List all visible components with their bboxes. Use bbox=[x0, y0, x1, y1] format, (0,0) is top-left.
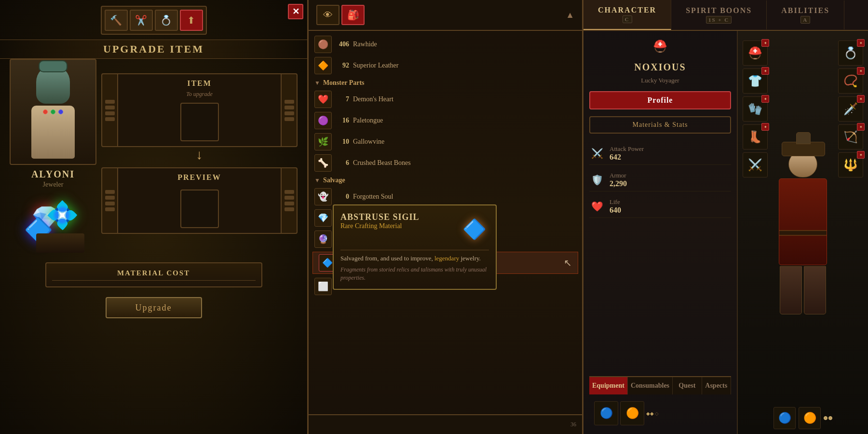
list-item[interactable]: 🔶 92 Superior Leather bbox=[309, 55, 582, 76]
npc-portrait bbox=[10, 59, 96, 165]
item-count-beast-bones: 6 bbox=[336, 159, 349, 167]
material-cost-label: MATERIAL COST bbox=[52, 269, 256, 281]
character-name: NOXIOUS bbox=[589, 62, 731, 73]
list-item[interactable]: 🟤 406 Rawhide bbox=[309, 34, 582, 55]
item-icon-coiling-ward: 🔮 bbox=[314, 231, 332, 248]
ring1-slot-badge: ✦ bbox=[857, 39, 865, 47]
equip-slot-ranged[interactable]: 🏹 ✦ bbox=[838, 124, 863, 149]
list-item[interactable]: ❤️ 7 Demon's Heart bbox=[309, 89, 582, 110]
inventory-tab-bag[interactable]: 🎒 bbox=[341, 5, 365, 25]
grid-item-1[interactable]: 🔵 bbox=[594, 401, 618, 425]
npc-name: ALYONI bbox=[31, 169, 75, 180]
upgrade-item-title: UPGRADE ITEM bbox=[0, 40, 307, 59]
scroll-indicator: ▲ bbox=[566, 10, 574, 20]
attack-power-label: Attack Power bbox=[610, 145, 644, 153]
item-count-gallowvine: 10 bbox=[336, 138, 349, 146]
close-button[interactable]: ✕ bbox=[288, 4, 303, 19]
item-icon-rawhide: 🟤 bbox=[314, 36, 332, 53]
equipment-bottom-tabs: Equipment Consumables Quest Aspects bbox=[589, 376, 731, 394]
grid-item-2[interactable]: 🟠 bbox=[620, 401, 644, 425]
item-count-superior-leather: 92 bbox=[336, 62, 349, 69]
tooltip-icon: 🔷 bbox=[460, 212, 489, 246]
upgrade-item-panel: ✕ 🔨 ✂️ 💍 ⬆ UPGRADE ITEM bbox=[0, 0, 309, 434]
tool-tab-ring[interactable]: 💍 bbox=[155, 10, 178, 31]
preview-section-label: PREVIEW bbox=[177, 173, 221, 182]
item-section-label: ITEM bbox=[187, 79, 212, 88]
life-label: Life bbox=[610, 198, 621, 206]
inventory-tab-view[interactable]: 👁 bbox=[316, 5, 339, 25]
quick-item-1[interactable]: 🔵 bbox=[773, 407, 796, 429]
offhand-slot-badge: ✦ bbox=[857, 95, 865, 103]
item-slot[interactable] bbox=[180, 103, 219, 141]
item-name-rawhide: Rawhide bbox=[353, 41, 576, 48]
cursor-indicator: ↖ bbox=[564, 257, 572, 269]
equip-tab-aspects[interactable]: Aspects bbox=[702, 377, 731, 394]
tab-abilities[interactable]: ABILITIES A bbox=[767, 0, 844, 29]
ring2-slot-badge: ✦ bbox=[857, 151, 865, 159]
equip-slot-offhand[interactable]: 🗡️ ✦ bbox=[838, 96, 863, 122]
ranged-slot-badge: ✦ bbox=[857, 123, 865, 131]
armor-label: Armor bbox=[610, 172, 627, 179]
item-icon-paletongue: 🟣 bbox=[314, 112, 332, 129]
profile-button[interactable]: Profile bbox=[589, 91, 731, 109]
inventory-top-bar: 👁 🎒 ▲ bbox=[309, 0, 582, 31]
equip-slot-ring1[interactable]: 💍 ✦ bbox=[838, 41, 863, 66]
inventory-grid-row: 🔵 🟠 ◆◆ ◇ bbox=[589, 398, 731, 428]
attack-power-value: 642 bbox=[610, 153, 644, 162]
upgrade-arrow: ↓ bbox=[196, 147, 203, 163]
item-icon-superior-leather: 🔶 bbox=[314, 57, 332, 74]
diamond-indicator: ◆◆ ◇ bbox=[646, 401, 659, 425]
character-header-tabs: CHARACTER C SPIRIT BOONS 1s + C ABILITIE… bbox=[583, 0, 868, 31]
item-icon-veiled-crystal: 💎 bbox=[314, 209, 332, 227]
tooltip-flavor: Fragments from storied relics and talism… bbox=[340, 266, 489, 282]
list-item[interactable]: 🦴 6 Crushed Beast Bones bbox=[309, 152, 582, 174]
ring1-slot-icon: 💍 bbox=[843, 46, 858, 60]
equip-tab-consumables[interactable]: Consumables bbox=[628, 377, 673, 394]
tooltip-rarity: Rare Crafting Material bbox=[340, 222, 420, 230]
preview-slot bbox=[180, 190, 219, 228]
item-name-gallowvine: Gallowvine bbox=[353, 138, 576, 146]
armor-icon: 🛡️ bbox=[589, 172, 605, 188]
item-icon-beast-bones: 🦴 bbox=[314, 154, 332, 172]
item-tooltip: ABSTRUSE SIGIL Rare Crafting Material 🔷 … bbox=[333, 204, 497, 290]
ring2-slot-icon: 🔱 bbox=[843, 158, 858, 172]
necklace-slot-badge: ✦ bbox=[857, 67, 865, 75]
list-item[interactable]: 🌿 10 Gallowvine bbox=[309, 131, 582, 152]
tooltip-divider bbox=[340, 250, 489, 250]
tool-tab-hammer[interactable]: 🔨 bbox=[105, 10, 128, 31]
category-monster-parts[interactable]: ▼ Monster Parts bbox=[309, 76, 582, 89]
life-value: 640 bbox=[610, 206, 621, 215]
equip-slot-ring2[interactable]: 🔱 ✦ bbox=[838, 152, 863, 177]
character-stats-panel: ⛑️ NOXIOUS Lucky Voyager Profile Materia… bbox=[583, 31, 738, 434]
grid-icon-2: 🟠 bbox=[626, 407, 639, 420]
tool-tab-upgrade[interactable]: ⬆ bbox=[180, 10, 203, 31]
materials-stats-button[interactable]: Materials & Stats bbox=[589, 116, 731, 134]
item-name-superior-leather: Superior Leather bbox=[353, 62, 576, 69]
item-name-forgotten-soul: Forgotten Soul bbox=[353, 193, 576, 201]
npc-profession: Jeweler bbox=[43, 181, 64, 189]
category-arrow: ▼ bbox=[314, 177, 320, 184]
quick-icon-2: 🟠 bbox=[803, 412, 816, 424]
equip-tab-equipment[interactable]: Equipment bbox=[589, 377, 628, 394]
inventory-panel: 👁 🎒 ▲ 🟤 406 Rawhide 🔶 92 Superior Leathe… bbox=[309, 0, 583, 434]
item-count-demons-heart: 7 bbox=[336, 95, 349, 103]
equip-slot-necklace[interactable]: 📿 ✦ bbox=[838, 68, 863, 94]
equip-tab-quest[interactable]: Quest bbox=[673, 377, 702, 394]
tab-character[interactable]: CHARACTER C bbox=[583, 0, 671, 30]
item-count-paletongue: 16 bbox=[336, 117, 349, 124]
char-helmet-icon: ⛑️ bbox=[651, 37, 670, 56]
tooltip-title: ABSTRUSE SIGIL bbox=[340, 212, 420, 222]
tab-abilities-label: ABILITIES bbox=[781, 6, 829, 15]
tab-spirit-boons[interactable]: SPIRIT BOONS 1s + C bbox=[671, 0, 767, 29]
tooltip-description: Salvaged from, and used to improve, lege… bbox=[340, 254, 489, 263]
list-item[interactable]: 🟣 16 Paletongue bbox=[309, 110, 582, 131]
tool-tab-extract[interactable]: ✂️ bbox=[130, 10, 153, 31]
category-label: Salvage bbox=[323, 176, 345, 184]
category-salvage[interactable]: ▼ Salvage bbox=[309, 174, 582, 186]
quick-item-2[interactable]: 🟠 bbox=[799, 407, 821, 429]
upgrade-button[interactable]: Upgrade bbox=[106, 297, 202, 318]
stat-life: ❤️ Life 640 bbox=[589, 195, 731, 218]
stat-armor: 🛡️ Armor 2,290 bbox=[589, 169, 731, 191]
stat-attack-power: ⚔️ Attack Power 642 bbox=[589, 142, 731, 165]
page-number: 36 bbox=[314, 419, 576, 430]
